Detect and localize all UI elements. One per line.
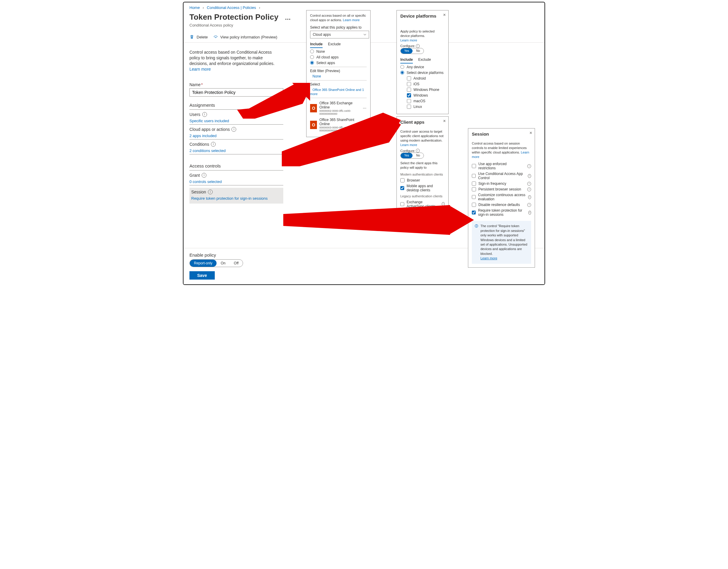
toggle-on[interactable]: On <box>217 259 230 267</box>
toggle-off[interactable]: Off <box>230 259 243 267</box>
more-icon[interactable]: ⋯ <box>363 106 367 110</box>
conditions-link[interactable]: 2 conditions selected <box>189 148 225 153</box>
toggle-yes[interactable]: Yes <box>401 153 413 158</box>
check-disable-resilience[interactable]: Disable resilience defaultsi <box>472 203 531 207</box>
breadcrumb-home[interactable]: Home <box>189 5 200 10</box>
learn-more-link[interactable]: Learn more <box>400 38 417 42</box>
check-other-clients[interactable]: Other clientsi <box>400 210 445 214</box>
edit-filter-label: Edit filter (Preview) <box>310 69 367 73</box>
name-input[interactable] <box>189 88 283 97</box>
learn-more-link[interactable]: Learn more <box>343 18 360 22</box>
more-icon[interactable]: ⋯ <box>363 123 367 127</box>
session-info-note: ⓘ The control "Require token protection … <box>472 221 531 263</box>
eye-icon <box>213 35 218 39</box>
page-title-text: Token Protection Policy <box>189 13 279 21</box>
enable-policy-toggle[interactable]: Report-only On Off <box>189 259 243 267</box>
session-link[interactable]: Require token protection for sign-in ses… <box>191 196 268 200</box>
info-icon[interactable]: i <box>527 203 531 207</box>
check-android[interactable]: Android <box>407 76 445 80</box>
check-signin-freq[interactable]: Sign-in frequencyi <box>472 181 531 186</box>
tab-include[interactable]: Include <box>310 42 323 48</box>
info-icon[interactable]: i <box>202 112 207 117</box>
check-browser[interactable]: Browser <box>400 178 445 182</box>
info-icon[interactable]: i <box>528 211 531 214</box>
info-icon[interactable]: i <box>528 195 531 199</box>
radio-any-device[interactable]: Any device <box>400 65 445 69</box>
breadcrumb: Home › Conditional Access | Policies › <box>189 5 262 10</box>
check-winphone[interactable]: Windows Phone <box>407 88 445 92</box>
delete-label: Delete <box>197 35 208 39</box>
check-linux[interactable]: Linux <box>407 105 445 109</box>
check-macos[interactable]: macOS <box>407 99 445 103</box>
info-icon[interactable]: i <box>416 44 420 48</box>
app-name: Office 365 SharePoint Online <box>319 118 360 126</box>
info-icon[interactable]: i <box>528 174 531 178</box>
view-policy-info-button[interactable]: View policy information (Preview) <box>213 35 277 39</box>
info-icon[interactable]: i <box>442 202 445 206</box>
users-link[interactable]: Specific users included <box>189 119 229 123</box>
apps-panel-intro: Control access based on all or specific … <box>310 13 367 22</box>
check-mobile-desktop[interactable]: Mobile apps and desktop clients <box>400 184 445 192</box>
edit-filter-none[interactable]: None <box>312 74 321 78</box>
check-eas[interactable]: Exchange ActiveSync clientsi <box>400 200 445 208</box>
info-icon[interactable]: i <box>416 149 420 153</box>
app-id: 00000002-0000-0ff1-ce00-000000000000 <box>319 109 360 115</box>
info-icon[interactable]: i <box>208 189 213 194</box>
trash-icon <box>189 35 194 39</box>
info-icon[interactable]: i <box>202 173 206 178</box>
app-name: Office 365 Exchange Online <box>319 101 360 109</box>
selected-apps-link[interactable]: Office 365 SharePoint Online and 1 more <box>310 88 364 96</box>
radio-none[interactable]: None <box>310 49 367 54</box>
configure-toggle[interactable]: Yes No <box>400 153 424 158</box>
save-button[interactable]: Save <box>189 271 215 279</box>
grant-link[interactable]: 0 controls selected <box>189 179 222 184</box>
check-ios[interactable]: iOS <box>407 82 445 86</box>
configure-label: Configurei <box>400 149 445 153</box>
check-app-control[interactable]: Use Conditional Access App Controli <box>472 172 531 180</box>
check-persistent-browser[interactable]: Persistent browser sessioni <box>472 187 531 191</box>
info-icon[interactable]: i <box>211 142 216 147</box>
breadcrumb-mid[interactable]: Conditional Access | Policies <box>207 5 256 10</box>
grant-label: Granti <box>189 173 283 178</box>
apps-dropdown[interactable]: Cloud apps <box>310 31 369 38</box>
radio-all-apps[interactable]: All cloud apps <box>310 55 367 59</box>
tab-exclude[interactable]: Exclude <box>418 57 431 63</box>
apps-link[interactable]: 2 apps included <box>189 133 217 138</box>
configure-toggle[interactable]: Yes No <box>400 48 424 54</box>
more-icon[interactable]: … <box>285 14 291 21</box>
app-tile-sharepoint[interactable]: O Office 365 SharePoint Online 00000003-… <box>310 116 367 133</box>
users-label: Usersi <box>189 112 283 117</box>
toggle-no[interactable]: No <box>413 48 424 54</box>
tab-exclude[interactable]: Exclude <box>328 42 341 48</box>
info-icon[interactable]: i <box>430 210 434 214</box>
tab-include[interactable]: Include <box>400 57 413 63</box>
check-token-protection[interactable]: Require token protection for sign-in ses… <box>472 208 531 217</box>
app-tile-exchange[interactable]: O Office 365 Exchange Online 00000002-00… <box>310 100 367 116</box>
delete-button[interactable]: Delete <box>189 35 208 39</box>
info-icon[interactable]: i <box>527 182 531 186</box>
close-icon[interactable]: ✕ <box>443 13 446 17</box>
check-windows[interactable]: Windows <box>407 93 445 97</box>
apps-tabs: Include Exclude <box>310 42 367 48</box>
toggle-report-only[interactable]: Report-only <box>190 259 217 267</box>
toggle-yes[interactable]: Yes <box>401 48 413 54</box>
learn-more-link[interactable]: Learn more <box>480 256 497 260</box>
configure-label: Configurei <box>400 44 445 48</box>
assignments-header: Assignments <box>189 102 283 108</box>
radio-select-apps[interactable]: Select apps <box>310 61 367 65</box>
modern-auth-header: Modern authentication clients <box>400 172 445 177</box>
device-panel-title: Device platforms <box>400 13 445 18</box>
info-icon[interactable]: i <box>527 187 531 191</box>
device-panel-intro: Apply policy to selected device platform… <box>400 29 445 38</box>
check-cae[interactable]: Customize continuous access evaluationi <box>472 193 531 201</box>
check-app-enforced[interactable]: Use app enforced restrictionsi <box>472 162 531 170</box>
info-icon[interactable]: i <box>527 164 531 168</box>
close-icon[interactable]: ✕ <box>529 131 532 135</box>
info-icon[interactable]: i <box>231 127 236 132</box>
toggle-no[interactable]: No <box>413 153 424 158</box>
radio-select-platforms[interactable]: Select device platforms <box>400 71 445 75</box>
learn-more-link[interactable]: Learn more <box>189 67 211 71</box>
apps-label: Cloud apps or actionsi <box>189 127 283 132</box>
close-icon[interactable]: ✕ <box>443 119 446 123</box>
learn-more-link[interactable]: Learn more <box>400 143 417 147</box>
